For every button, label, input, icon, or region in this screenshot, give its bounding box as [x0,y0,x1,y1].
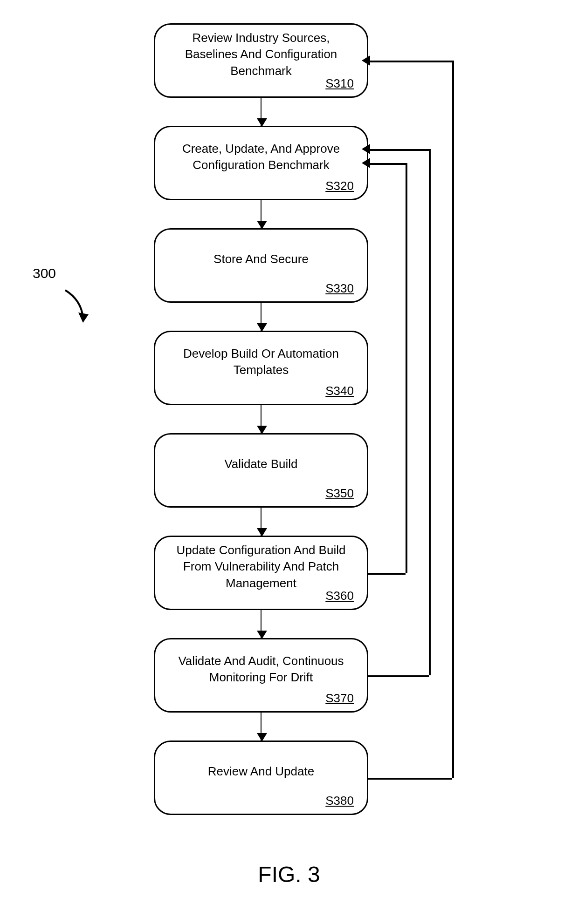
step-id: S370 [325,691,354,706]
step-label: Review And Update [208,763,314,780]
arrow-left-icon [362,55,370,66]
step-id: S360 [325,589,354,603]
step-s310: Review Industry Sources, Baselines And C… [154,23,368,98]
step-id: S320 [325,179,354,193]
reference-arrow-icon [56,286,98,333]
step-label: Store And Secure [213,251,309,267]
arrow-left-icon [362,158,370,168]
step-label: Review Industry Sources, Baselines And C… [166,30,356,79]
step-s350: Validate Build S350 [154,433,368,508]
step-label: Validate Build [224,456,297,472]
step-s380: Review And Update S380 [154,741,368,815]
flowchart-container: Review Industry Sources, Baselines And C… [131,23,392,843]
arrow-left-icon [362,144,370,154]
svg-marker-0 [78,313,89,323]
step-s360: Update Configuration And Build From Vuln… [154,536,368,610]
step-label: Create, Update, And Approve Configuratio… [166,141,356,173]
arrow-down-icon [261,508,261,536]
step-s340: Develop Build Or Automation Templates S3… [154,331,368,405]
arrow-down-icon [261,200,261,228]
step-id: S310 [325,76,354,91]
arrow-down-icon [261,713,261,741]
arrow-down-icon [261,98,261,126]
arrow-down-icon [261,405,261,433]
step-id: S380 [325,794,354,808]
arrow-down-icon [261,303,261,331]
step-id: S350 [325,486,354,501]
step-label: Validate And Audit, Continuous Monitorin… [166,653,356,686]
step-label: Update Configuration And Build From Vuln… [166,542,356,591]
step-label: Develop Build Or Automation Templates [166,346,356,378]
step-id: S340 [325,384,354,398]
reference-number: 300 [33,265,56,281]
step-id: S330 [325,281,354,296]
arrow-down-icon [261,610,261,638]
step-s370: Validate And Audit, Continuous Monitorin… [154,638,368,713]
step-s320: Create, Update, And Approve Configuratio… [154,126,368,200]
step-s330: Store And Secure S330 [154,228,368,303]
figure-caption: FIG. 3 [0,862,578,887]
